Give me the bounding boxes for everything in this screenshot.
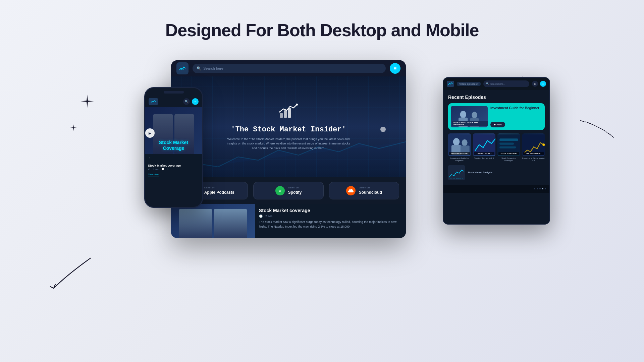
- tablet-logo: [447, 81, 454, 87]
- spotify-button[interactable]: Listen on Spotify: [253, 182, 323, 199]
- deco-line-right: [577, 117, 617, 144]
- hero-icon: [278, 103, 299, 123]
- tablet-episode-item-3[interactable]: THE INVESTMENT Investing in Stock Market…: [522, 133, 545, 162]
- tablet-search[interactable]: 🔍 Search here...: [483, 80, 529, 87]
- hero-dot: [380, 127, 386, 132]
- mobile-hero-label-2: Coverage: [145, 145, 202, 151]
- tablet-episode-item-0[interactable]: INVESTMENT GUIDE Investment Guide for Be…: [448, 133, 471, 162]
- desktop-titlebar: 🔍 Search here... ≡: [171, 60, 406, 76]
- tablet-episode-thumb-0: INVESTMENT GUIDE: [448, 133, 471, 156]
- tablet-footer-dot-1: [534, 188, 535, 189]
- mobile-search-button[interactable]: 🔍: [183, 98, 190, 105]
- svg-point-7: [460, 111, 466, 118]
- tablet-content: Recent Episodes: [443, 90, 549, 185]
- mobile-overview-tab[interactable]: Overview: [148, 172, 159, 177]
- mobile-clock-icon: ⏱: [148, 168, 150, 171]
- mobile-hero-image: ▶ Stock Market Coverage: [145, 107, 202, 154]
- desktop-menu-button[interactable]: ≡: [390, 63, 400, 74]
- tablet-episode-item-1[interactable]: TRADING SECRET Trading Secrets Vol. 1: [473, 133, 496, 162]
- mobile-logo: [149, 98, 158, 105]
- svg-point-4: [296, 104, 298, 106]
- tablet-small-thumb: STOCK MARKET: [448, 165, 465, 180]
- mobile-menu-button[interactable]: ≡: [192, 98, 199, 105]
- tablet-footer: [443, 185, 549, 193]
- tablet-footer-dots: [534, 188, 546, 189]
- mobile-icons-row: 🔍 ≡: [183, 98, 199, 105]
- tablet-ep-label-3: THE INVESTMENT: [523, 152, 544, 155]
- devices-container: 🔍 Search here... ≡: [154, 60, 490, 268]
- tablet-small-episode[interactable]: STOCK MARKET Stock Market Analysis: [448, 165, 545, 180]
- deco-line-left: [34, 255, 94, 295]
- svg-rect-19: [499, 143, 514, 145]
- tablet-play-button[interactable]: ▶ Play: [490, 122, 505, 127]
- mobile-episode-time: 2 sec: [153, 168, 159, 171]
- mobile-stock-title: ▶ Stock Market Coverage: [145, 128, 202, 151]
- soundcloud-button[interactable]: Listen on Soundcloud: [329, 182, 399, 199]
- tablet-icons: ⊟ ●: [532, 81, 546, 87]
- tablet-ep-label-0: INVESTMENT GUIDE: [449, 152, 470, 155]
- svg-point-22: [542, 143, 545, 146]
- desktop-search[interactable]: 🔍 Search here...: [193, 64, 386, 73]
- tablet-ep-name-1: Trading Secrets Vol. 1: [473, 157, 496, 160]
- tablet-footer-dot-4: [542, 188, 543, 189]
- desktop-platforms: Listen on Apple Podcasts Listen on Spoti…: [171, 177, 406, 204]
- tablet-mockup: Recent Episodes × 🔍 Search here... ⊟ ● R…: [443, 77, 550, 225]
- mobile-episode-comments: 0: [167, 168, 168, 171]
- mobile-nav-back: ←: [145, 154, 202, 161]
- tablet-featured-image: INVESTMENT GUIDE FOR BEGINNER: [451, 106, 488, 127]
- star-decoration-2: [70, 124, 77, 132]
- spotify-platform-name: Spotify: [288, 190, 302, 195]
- desktop-episode-description: The stock market saw a significant surge…: [259, 220, 402, 229]
- tablet-ep-name-3: Investing in Stock Market 101: [522, 157, 545, 162]
- tablet-ep-label-1: TRADING SECRET: [474, 152, 495, 155]
- page-title: Designed For Both Desktop and Mobile: [0, 0, 644, 40]
- tablet-episode-item-2[interactable]: STOCK SCREENING Stock Screening Strategi…: [497, 133, 520, 162]
- desktop-episode-title: Stock Market coverage: [259, 208, 402, 213]
- desktop-mockup: 🔍 Search here... ≡: [171, 60, 406, 238]
- desktop-logo: [176, 62, 189, 74]
- tablet-episode-thumb-1: TRADING SECRET: [473, 133, 496, 156]
- soundcloud-text: Listen on Soundcloud: [359, 186, 382, 195]
- menu-icon: ≡: [394, 66, 396, 71]
- desktop-episode-image: [171, 204, 255, 238]
- svg-rect-1: [280, 113, 283, 118]
- tablet-featured-card[interactable]: INVESTMENT GUIDE FOR BEGINNER Investment…: [448, 103, 545, 130]
- mobile-header: 🔍 ≡: [145, 96, 202, 107]
- svg-rect-20: [499, 146, 516, 148]
- apple-platform-name: Apple Podcasts: [204, 190, 234, 195]
- tablet-featured-title-overlay: INVESTMENT GUIDE FOR BEGINNER: [452, 121, 488, 126]
- desktop-episode-people: [171, 204, 255, 238]
- tablet-small-info: Stock Market Analysis: [468, 171, 545, 174]
- mobile-episode-meta: ⏱ 2 sec 💬 0: [148, 168, 199, 171]
- tablet-featured-info: Investment Guide for Beginner ▶ Play: [490, 106, 542, 127]
- tablet-menu-button[interactable]: ●: [540, 81, 546, 87]
- hero-title: 'The Stock Market Insider': [231, 125, 346, 134]
- star-decoration-1: [80, 94, 95, 111]
- soundcloud-icon: [346, 186, 356, 195]
- soundcloud-platform-name: Soundcloud: [359, 190, 382, 195]
- tablet-episode-thumb-2: STOCK SCREENING: [497, 133, 520, 156]
- soundcloud-listen-label: Listen on: [359, 186, 382, 189]
- spotify-listen-label: Listen on: [288, 186, 302, 189]
- spotify-text: Listen on Spotify: [288, 186, 302, 195]
- tablet-search-icon: 🔍: [486, 82, 489, 85]
- tablet-titlebar: Recent Episodes × 🔍 Search here... ⊟ ●: [443, 78, 549, 90]
- mobile-play-overlay: ▶ Stock Market Coverage: [145, 107, 202, 154]
- apple-listen-label: Listen on: [204, 186, 234, 189]
- tablet-filter-tag[interactable]: Recent Episodes ×: [457, 82, 481, 86]
- mobile-back-button[interactable]: ←: [149, 156, 152, 160]
- tablet-featured-episode-title: Investment Guide for Beginner: [490, 106, 542, 110]
- mobile-episode-title: Stock Market coverage: [148, 164, 199, 167]
- tablet-settings-button[interactable]: ⊟: [532, 81, 538, 87]
- mobile-play-button[interactable]: ▶: [145, 128, 155, 138]
- svg-rect-18: [499, 138, 518, 141]
- search-icon: 🔍: [197, 66, 201, 71]
- spotify-icon: [275, 186, 285, 195]
- svg-point-12: [453, 138, 460, 145]
- tablet-footer-dot-5: [545, 188, 546, 189]
- svg-point-14: [462, 139, 468, 146]
- tablet-ep-label-2: STOCK SCREENING: [498, 152, 519, 155]
- mobile-notch: [145, 88, 202, 96]
- tablet-small-episode-name: Stock Market Analysis: [468, 171, 545, 174]
- mobile-notch-bar: [164, 91, 184, 94]
